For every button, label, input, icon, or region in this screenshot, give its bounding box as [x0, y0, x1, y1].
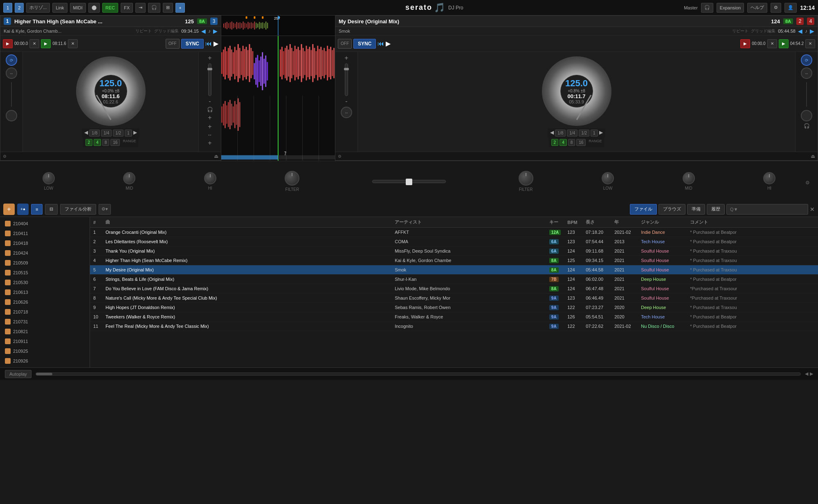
next-track-left[interactable]: ▶ — [213, 28, 218, 34]
del-cue1-right[interactable]: ✕ — [767, 39, 777, 48]
plus-icon[interactable]: + — [175, 3, 184, 13]
grid-label-left[interactable]: グリッド編集 — [154, 28, 179, 34]
col-year[interactable]: 年 — [611, 217, 638, 228]
playpause-btn-right[interactable]: ▶ — [386, 40, 391, 47]
table-row[interactable]: 3 Thank You (Original Mix) MissFly, Deep… — [90, 246, 818, 256]
eq-hi-knob-right[interactable] — [763, 172, 775, 184]
sidebar-item-210418[interactable]: 210418 — [0, 238, 90, 248]
vol-slider-left[interactable] — [208, 63, 211, 96]
sidebar-item-210411[interactable]: 210411 — [0, 228, 90, 238]
col-key[interactable]: キー — [546, 217, 564, 228]
eject-left[interactable]: ⏏ — [214, 153, 218, 159]
eq-low-knob-left[interactable] — [43, 172, 55, 184]
sidebar-item-210925[interactable]: 210925 — [0, 346, 90, 356]
plus2-left[interactable]: + — [208, 114, 211, 121]
table-row[interactable]: 6 Strings, Beats & Life (Original Mix) S… — [90, 275, 818, 284]
repeat-label-right[interactable]: リピート — [732, 28, 748, 34]
sidebar-item-210911[interactable]: 210911 — [0, 336, 90, 346]
add-crate-btn[interactable]: + — [3, 204, 15, 215]
prev-track-right[interactable]: ◀ — [798, 28, 802, 34]
next-range-right[interactable]: ▶ — [599, 130, 603, 137]
sidebar-item-210404[interactable]: 210404 — [0, 219, 90, 228]
loop-16-right[interactable]: 16 — [576, 139, 586, 146]
prev-btn-left[interactable]: ⏮ — [205, 40, 212, 47]
table-row[interactable]: 5 My Desire (Original Mix) Smok 8A 124 0… — [90, 265, 818, 275]
headphone-right[interactable]: 🎧 — [804, 123, 810, 129]
eq-low-knob-right[interactable] — [602, 172, 614, 184]
deck2-btn[interactable]: 2 — [15, 3, 24, 13]
crossfader-track[interactable] — [372, 180, 446, 183]
sidebar-item-210731[interactable]: 210731 — [0, 317, 90, 327]
file-tab[interactable]: ファイル — [630, 204, 657, 215]
prev-btn-right[interactable]: ⏮ — [378, 40, 384, 47]
help-btn[interactable]: ヘルプ — [747, 3, 767, 13]
col-num[interactable]: # — [90, 217, 102, 228]
history-tab[interactable]: 履歴 — [707, 204, 725, 215]
vol-up-right[interactable]: + — [344, 54, 348, 62]
vol-slider-right[interactable] — [345, 63, 348, 96]
knob-left[interactable] — [6, 110, 17, 121]
next-track-right[interactable]: ▶ — [810, 28, 814, 34]
col-genre[interactable]: ジャンル — [638, 217, 687, 228]
sidebar-item-210613[interactable]: 210613 — [0, 287, 90, 297]
loop-1-4-right[interactable]: 1/4 — [567, 130, 578, 137]
cue-btn-left[interactable]: ▶ — [3, 39, 13, 48]
add-playlist-btn[interactable]: +● — [17, 204, 29, 215]
eq-mid-knob-right[interactable] — [683, 172, 695, 184]
sync-icon-left[interactable]: ↔ — [6, 67, 17, 79]
loop-4-left[interactable]: 4 — [94, 139, 101, 146]
sidebar-item-210821[interactable]: 210821 — [0, 327, 90, 336]
bottom-scrollbar[interactable] — [36, 372, 801, 376]
del-cue1-left[interactable]: ✕ — [29, 39, 39, 48]
expansion-btn[interactable]: Expansion — [717, 3, 744, 13]
music-icon-left[interactable]: ♪ — [208, 28, 211, 34]
sync-btn-right[interactable]: SYNC — [353, 39, 376, 49]
repeat-label-left[interactable]: リピート — [135, 28, 152, 34]
sync-btn-left[interactable]: SYNC — [181, 39, 204, 49]
prev-range-left[interactable]: ◀ — [84, 130, 88, 137]
play-btn-left[interactable]: ▶ — [41, 39, 51, 48]
table-row[interactable]: 4 Higher Than High (Sean McCabe Remix) K… — [90, 256, 818, 265]
vol-down-left[interactable]: - — [209, 98, 211, 105]
table-row[interactable]: 8 Nature's Call (Micky More & Andy Tee S… — [90, 293, 818, 303]
loop-1-left[interactable]: 1 — [125, 130, 132, 137]
crossfader-thumb[interactable] — [406, 179, 412, 185]
loop-1-2-left[interactable]: 1/2 — [113, 130, 124, 137]
link-btn[interactable]: Link — [52, 3, 67, 13]
sidebar-item-210530[interactable]: 210530 — [0, 278, 90, 287]
analyze-settings-btn[interactable]: ⚙▾ — [99, 204, 111, 215]
search-input[interactable] — [726, 204, 808, 215]
scroll-left-btn[interactable]: ◀ — [805, 371, 808, 376]
deck1-btn[interactable]: 1 — [3, 3, 12, 13]
alt-view-btn[interactable]: ⊟ — [45, 204, 58, 215]
col-title[interactable]: 曲 — [102, 217, 391, 228]
vol-down-right[interactable]: - — [345, 98, 347, 105]
sidebar-item-210515[interactable]: 210515 — [0, 268, 90, 278]
table-row[interactable]: 11 Feel The Real (Micky More & Andy Tee … — [90, 322, 818, 331]
play-btn-right[interactable]: ▶ — [779, 39, 789, 48]
vol-up-left[interactable]: + — [208, 54, 211, 62]
filter-knob-left[interactable] — [285, 171, 299, 186]
prep-tab[interactable]: 準備 — [687, 204, 705, 215]
platter-disc-left[interactable]: 125.0 +0.0% ±8 08:11.6 01:22.6 — [76, 56, 146, 126]
rec-btn[interactable]: REC — [102, 3, 118, 13]
sidebar-item-210718[interactable]: 210718 — [0, 307, 90, 317]
music-icon-right[interactable]: ♪ — [805, 28, 807, 34]
sidebar-item-210926[interactable]: 210926 — [0, 356, 90, 366]
browse-tab[interactable]: ブラウズ — [658, 204, 685, 215]
loop-4-right[interactable]: 4 — [560, 139, 567, 146]
eq-hi-knob-left[interactable] — [204, 172, 216, 184]
user-icon[interactable]: 👤 — [784, 3, 797, 13]
fx-btn[interactable]: FX — [121, 3, 133, 13]
loop-1-right[interactable]: 1 — [591, 130, 598, 137]
del-play-right[interactable]: ✕ — [805, 39, 815, 48]
platter-disc-right[interactable]: 125.0 +0.8% ±8 00:11.7 05:33.9 — [542, 56, 611, 126]
mixer-settings-icon[interactable]: ⚙ — [805, 180, 810, 186]
table-row[interactable]: 7 Do You Believe in Love (FAM Disco & Ja… — [90, 284, 818, 293]
loop-1-8-right[interactable]: 1/8 — [555, 130, 566, 137]
pitch-slider-right[interactable] — [806, 82, 807, 107]
table-row[interactable]: 2 Les Dilettantes (Roosevelt Mix) COMA 6… — [90, 237, 818, 246]
sidebar-item-210424[interactable]: 210424 — [0, 248, 90, 258]
table-row[interactable]: 9 High Hopes (JT Donaldson Remix) Sebas … — [90, 303, 818, 312]
off-btn-right[interactable]: OFF — [338, 39, 352, 49]
